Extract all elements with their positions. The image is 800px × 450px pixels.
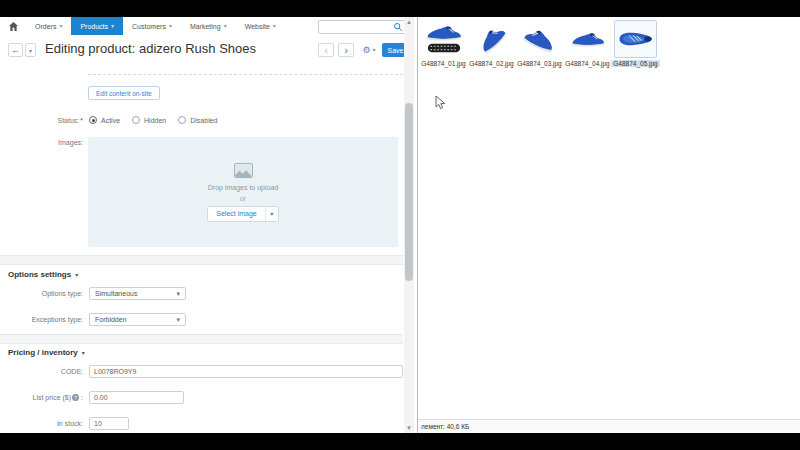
shoe-side-with-sole-icon (422, 20, 465, 58)
statusbar-text: лемент: 40,6 КБ (418, 423, 469, 430)
bottom-black-bar (0, 433, 800, 450)
list-price-input[interactable] (89, 391, 184, 404)
file-item[interactable]: G48874_03.jpg (517, 20, 562, 67)
page-title: Editing product: adizero Rush Shoes (45, 41, 256, 56)
back-dropdown-button[interactable] (25, 43, 36, 57)
file-name: G48874_03.jpg (515, 60, 563, 67)
shoe-angled-icon (470, 20, 513, 58)
file-name: G48874_04.jpg (563, 60, 611, 67)
chevron-down-icon (82, 350, 85, 356)
file-item[interactable]: G48874_01.jpg (421, 20, 466, 67)
file-explorer-panel: G48874_01.jpg G48874_02.jpg (417, 17, 800, 433)
chevron-down-icon (270, 211, 273, 217)
top-black-bar (0, 0, 800, 17)
radio-hidden[interactable]: Hidden (132, 116, 166, 124)
nav-item-orders[interactable]: Orders (26, 17, 71, 35)
file-item-selected[interactable]: G48874_05.jpg (613, 20, 658, 67)
scroll-up-arrow[interactable]: ▲ (404, 17, 414, 27)
nav-item-products[interactable]: Products (71, 17, 123, 35)
exceptions-type-label: Exceptions type: (0, 316, 89, 323)
status-row: Status:* Active Hidden Disabled (0, 114, 403, 126)
mouse-cursor (435, 95, 446, 110)
home-icon (9, 22, 18, 31)
code-row: CODE: (0, 365, 403, 378)
info-icon: ? (72, 394, 79, 401)
select-image-button[interactable]: Select image (208, 207, 265, 221)
file-name: G48874_02.jpg (467, 60, 515, 67)
images-label: Images: (0, 139, 89, 146)
edit-content-onsite-button[interactable]: Edit content on-site (88, 86, 160, 100)
chevron-down-icon (111, 23, 114, 29)
chevron-down-icon (59, 23, 62, 29)
required-mark: * (80, 117, 83, 124)
back-button[interactable] (8, 43, 23, 57)
image-placeholder-icon (234, 163, 253, 178)
file-item[interactable]: G48874_04.jpg (565, 20, 610, 67)
search-icon[interactable] (393, 22, 403, 32)
explorer-statusbar: лемент: 40,6 КБ (418, 419, 800, 433)
chevron-down-icon (169, 23, 172, 29)
prev-product-button[interactable] (318, 43, 334, 57)
status-radio-group: Active Hidden Disabled (89, 116, 218, 124)
chevron-down-icon (224, 23, 227, 29)
file-name: G48874_05.jpg (611, 60, 659, 67)
options-type-select[interactable]: Simultaneous (89, 287, 186, 300)
vertical-scrollbar[interactable]: ▲ ▼ (404, 17, 414, 433)
or-text: or (240, 195, 246, 202)
in-stock-label: In stock: (0, 420, 89, 427)
file-list: G48874_01.jpg G48874_02.jpg (421, 20, 658, 67)
page-header: Editing product: adizero Rush Shoes Save (0, 35, 417, 61)
in-stock-row: In stock: (0, 417, 403, 430)
chevron-down-icon (75, 272, 78, 278)
shoe-top-icon (614, 20, 657, 58)
scroll-down-arrow[interactable]: ▼ (404, 423, 414, 433)
radio-icon (178, 116, 186, 124)
chevron-down-icon (176, 290, 180, 297)
select-image-split-button: Select image (207, 206, 278, 222)
admin-panel: Orders Products Customers Marketing Webs… (0, 17, 417, 433)
list-price-row: List price ($)?: (0, 391, 403, 404)
radio-active[interactable]: Active (89, 116, 120, 124)
dashed-divider (88, 74, 403, 75)
options-type-row: Options type: Simultaneous (0, 287, 403, 300)
nav-item-marketing[interactable]: Marketing (181, 17, 236, 35)
options-settings-heading[interactable]: Options settings (8, 270, 78, 279)
search-box (318, 20, 406, 34)
pricing-inventory-heading[interactable]: Pricing / inventory (8, 348, 85, 357)
nav-item-customers[interactable]: Customers (123, 17, 181, 35)
shoe-side-icon (566, 20, 609, 58)
settings-gear-button[interactable] (359, 43, 379, 57)
in-stock-input[interactable] (89, 417, 129, 430)
section-divider (0, 255, 403, 265)
nav-item-label: Website (245, 23, 270, 30)
radio-disabled[interactable]: Disabled (178, 116, 217, 124)
radio-icon (89, 116, 97, 124)
scrollbar-thumb[interactable] (405, 103, 413, 281)
image-dropzone[interactable]: Drop images to upload or Select image (88, 137, 398, 247)
nav-item-label: Marketing (190, 23, 221, 30)
exceptions-type-select[interactable]: Forbidden (89, 313, 186, 326)
shoe-heel-icon (518, 20, 561, 58)
nav-item-label: Products (80, 23, 108, 30)
radio-icon (132, 116, 140, 124)
nav-item-label: Customers (132, 23, 166, 30)
status-label: Status:* (0, 117, 89, 124)
code-label: CODE: (0, 368, 89, 375)
nav-item-label: Orders (35, 23, 56, 30)
nav-item-website[interactable]: Website (236, 17, 285, 35)
home-nav-button[interactable] (0, 17, 26, 35)
chevron-down-icon (273, 23, 276, 29)
list-price-label: List price ($)?: (0, 394, 89, 402)
section-divider (0, 334, 403, 344)
product-form: Edit content on-site Status:* Active Hid… (0, 61, 417, 433)
screen: Orders Products Customers Marketing Webs… (0, 0, 800, 450)
top-navbar: Orders Products Customers Marketing Webs… (0, 17, 417, 35)
search-input[interactable] (319, 22, 393, 32)
drop-text: Drop images to upload (208, 184, 278, 191)
next-product-button[interactable] (338, 43, 354, 57)
chevron-down-icon (176, 316, 180, 323)
options-type-label: Options type: (0, 290, 89, 297)
file-item[interactable]: G48874_02.jpg (469, 20, 514, 67)
select-image-dropdown[interactable] (266, 207, 278, 221)
code-input[interactable] (89, 365, 403, 378)
